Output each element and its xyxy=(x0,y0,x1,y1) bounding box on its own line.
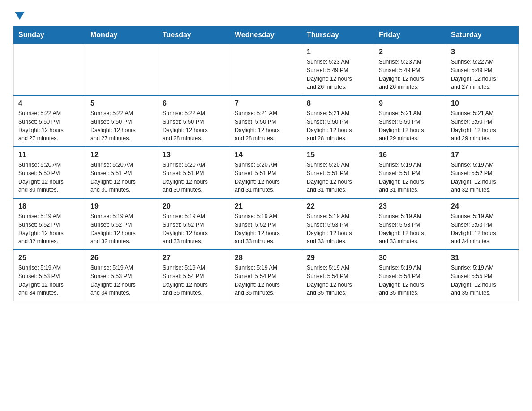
day-info: Sunrise: 5:21 AM Sunset: 5:50 PM Dayligh… xyxy=(451,109,514,143)
day-number: 7 xyxy=(235,99,297,107)
calendar-week-row: 1Sunrise: 5:23 AM Sunset: 5:49 PM Daylig… xyxy=(14,44,519,95)
day-number: 22 xyxy=(307,202,369,210)
day-info: Sunrise: 5:19 AM Sunset: 5:52 PM Dayligh… xyxy=(451,161,514,194)
calendar-cell xyxy=(86,44,158,95)
day-number: 1 xyxy=(307,48,369,56)
day-number: 13 xyxy=(163,151,225,159)
day-number: 15 xyxy=(307,151,369,159)
calendar-cell: 30Sunrise: 5:19 AM Sunset: 5:54 PM Dayli… xyxy=(374,250,446,301)
day-number: 17 xyxy=(451,151,514,159)
calendar-cell xyxy=(230,44,302,95)
calendar-cell: 7Sunrise: 5:21 AM Sunset: 5:50 PM Daylig… xyxy=(230,95,302,147)
day-info: Sunrise: 5:21 AM Sunset: 5:50 PM Dayligh… xyxy=(235,109,297,143)
day-info: Sunrise: 5:23 AM Sunset: 5:49 PM Dayligh… xyxy=(307,58,369,91)
day-info: Sunrise: 5:19 AM Sunset: 5:53 PM Dayligh… xyxy=(90,264,153,297)
day-number: 12 xyxy=(90,151,153,159)
page-header xyxy=(13,11,519,18)
day-number: 2 xyxy=(379,48,442,56)
day-info: Sunrise: 5:19 AM Sunset: 5:54 PM Dayligh… xyxy=(163,264,225,297)
calendar-week-row: 18Sunrise: 5:19 AM Sunset: 5:52 PM Dayli… xyxy=(14,198,519,250)
calendar-cell: 8Sunrise: 5:21 AM Sunset: 5:50 PM Daylig… xyxy=(302,95,374,147)
day-number: 28 xyxy=(235,254,297,262)
day-number: 27 xyxy=(163,254,225,262)
day-info: Sunrise: 5:22 AM Sunset: 5:50 PM Dayligh… xyxy=(163,109,225,143)
calendar-header-tuesday: Tuesday xyxy=(158,26,230,44)
day-number: 18 xyxy=(18,202,81,210)
calendar-cell: 27Sunrise: 5:19 AM Sunset: 5:54 PM Dayli… xyxy=(158,250,230,301)
calendar-cell: 17Sunrise: 5:19 AM Sunset: 5:52 PM Dayli… xyxy=(446,147,519,198)
day-info: Sunrise: 5:19 AM Sunset: 5:53 PM Dayligh… xyxy=(379,212,442,246)
day-info: Sunrise: 5:23 AM Sunset: 5:49 PM Dayligh… xyxy=(379,58,442,91)
calendar-cell: 9Sunrise: 5:21 AM Sunset: 5:50 PM Daylig… xyxy=(374,95,446,147)
day-number: 10 xyxy=(451,99,514,107)
calendar-cell: 19Sunrise: 5:19 AM Sunset: 5:52 PM Dayli… xyxy=(86,198,158,250)
day-info: Sunrise: 5:19 AM Sunset: 5:53 PM Dayligh… xyxy=(18,264,81,297)
day-info: Sunrise: 5:19 AM Sunset: 5:52 PM Dayligh… xyxy=(18,212,81,246)
day-number: 24 xyxy=(451,202,514,210)
day-info: Sunrise: 5:21 AM Sunset: 5:50 PM Dayligh… xyxy=(379,109,442,143)
calendar-header-thursday: Thursday xyxy=(302,26,374,44)
day-number: 3 xyxy=(451,48,514,56)
calendar-cell: 20Sunrise: 5:19 AM Sunset: 5:52 PM Dayli… xyxy=(158,198,230,250)
calendar-header-wednesday: Wednesday xyxy=(230,26,302,44)
day-info: Sunrise: 5:20 AM Sunset: 5:50 PM Dayligh… xyxy=(18,161,81,194)
day-info: Sunrise: 5:20 AM Sunset: 5:51 PM Dayligh… xyxy=(307,161,369,194)
day-number: 31 xyxy=(451,254,514,262)
day-info: Sunrise: 5:22 AM Sunset: 5:49 PM Dayligh… xyxy=(451,58,514,91)
day-number: 21 xyxy=(235,202,297,210)
calendar-header-monday: Monday xyxy=(86,26,158,44)
calendar-cell: 24Sunrise: 5:19 AM Sunset: 5:53 PM Dayli… xyxy=(446,198,519,250)
calendar-cell: 2Sunrise: 5:23 AM Sunset: 5:49 PM Daylig… xyxy=(374,44,446,95)
day-number: 4 xyxy=(18,99,81,107)
svg-marker-0 xyxy=(15,12,25,20)
calendar-cell: 11Sunrise: 5:20 AM Sunset: 5:50 PM Dayli… xyxy=(14,147,86,198)
calendar-cell: 13Sunrise: 5:20 AM Sunset: 5:51 PM Dayli… xyxy=(158,147,230,198)
day-info: Sunrise: 5:19 AM Sunset: 5:54 PM Dayligh… xyxy=(307,264,369,297)
calendar-cell: 16Sunrise: 5:19 AM Sunset: 5:51 PM Dayli… xyxy=(374,147,446,198)
day-number: 8 xyxy=(307,99,369,107)
day-info: Sunrise: 5:19 AM Sunset: 5:52 PM Dayligh… xyxy=(163,212,225,246)
calendar-cell: 28Sunrise: 5:19 AM Sunset: 5:54 PM Dayli… xyxy=(230,250,302,301)
calendar-cell: 29Sunrise: 5:19 AM Sunset: 5:54 PM Dayli… xyxy=(302,250,374,301)
day-number: 11 xyxy=(18,151,81,159)
calendar-cell: 18Sunrise: 5:19 AM Sunset: 5:52 PM Dayli… xyxy=(14,198,86,250)
day-number: 5 xyxy=(90,99,153,107)
day-info: Sunrise: 5:19 AM Sunset: 5:55 PM Dayligh… xyxy=(451,264,514,297)
day-info: Sunrise: 5:19 AM Sunset: 5:54 PM Dayligh… xyxy=(235,264,297,297)
calendar-week-row: 11Sunrise: 5:20 AM Sunset: 5:50 PM Dayli… xyxy=(14,147,519,198)
calendar-cell: 6Sunrise: 5:22 AM Sunset: 5:50 PM Daylig… xyxy=(158,95,230,147)
day-number: 19 xyxy=(90,202,153,210)
day-info: Sunrise: 5:21 AM Sunset: 5:50 PM Dayligh… xyxy=(307,109,369,143)
calendar-cell: 1Sunrise: 5:23 AM Sunset: 5:49 PM Daylig… xyxy=(302,44,374,95)
day-info: Sunrise: 5:20 AM Sunset: 5:51 PM Dayligh… xyxy=(235,161,297,194)
day-number: 25 xyxy=(18,254,81,262)
day-info: Sunrise: 5:19 AM Sunset: 5:52 PM Dayligh… xyxy=(235,212,297,246)
calendar-cell: 14Sunrise: 5:20 AM Sunset: 5:51 PM Dayli… xyxy=(230,147,302,198)
day-info: Sunrise: 5:19 AM Sunset: 5:54 PM Dayligh… xyxy=(379,264,442,297)
calendar-cell: 10Sunrise: 5:21 AM Sunset: 5:50 PM Dayli… xyxy=(446,95,519,147)
logo-triangle-icon xyxy=(15,12,25,20)
calendar-cell: 12Sunrise: 5:20 AM Sunset: 5:51 PM Dayli… xyxy=(86,147,158,198)
day-number: 20 xyxy=(163,202,225,210)
calendar-cell: 26Sunrise: 5:19 AM Sunset: 5:53 PM Dayli… xyxy=(86,250,158,301)
calendar-header-friday: Friday xyxy=(374,26,446,44)
calendar-cell: 22Sunrise: 5:19 AM Sunset: 5:53 PM Dayli… xyxy=(302,198,374,250)
day-info: Sunrise: 5:20 AM Sunset: 5:51 PM Dayligh… xyxy=(163,161,225,194)
day-number: 29 xyxy=(307,254,369,262)
calendar-cell: 31Sunrise: 5:19 AM Sunset: 5:55 PM Dayli… xyxy=(446,250,519,301)
day-number: 23 xyxy=(379,202,442,210)
calendar-cell xyxy=(158,44,230,95)
calendar-cell: 5Sunrise: 5:22 AM Sunset: 5:50 PM Daylig… xyxy=(86,95,158,147)
day-number: 6 xyxy=(163,99,225,107)
calendar-cell: 23Sunrise: 5:19 AM Sunset: 5:53 PM Dayli… xyxy=(374,198,446,250)
calendar-cell: 3Sunrise: 5:22 AM Sunset: 5:49 PM Daylig… xyxy=(446,44,519,95)
day-info: Sunrise: 5:20 AM Sunset: 5:51 PM Dayligh… xyxy=(90,161,153,194)
day-number: 16 xyxy=(379,151,442,159)
day-info: Sunrise: 5:19 AM Sunset: 5:53 PM Dayligh… xyxy=(307,212,369,246)
day-info: Sunrise: 5:22 AM Sunset: 5:50 PM Dayligh… xyxy=(90,109,153,143)
calendar-cell: 25Sunrise: 5:19 AM Sunset: 5:53 PM Dayli… xyxy=(14,250,86,301)
day-number: 26 xyxy=(90,254,153,262)
day-info: Sunrise: 5:22 AM Sunset: 5:50 PM Dayligh… xyxy=(18,109,81,143)
calendar-cell: 15Sunrise: 5:20 AM Sunset: 5:51 PM Dayli… xyxy=(302,147,374,198)
calendar-cell: 21Sunrise: 5:19 AM Sunset: 5:52 PM Dayli… xyxy=(230,198,302,250)
